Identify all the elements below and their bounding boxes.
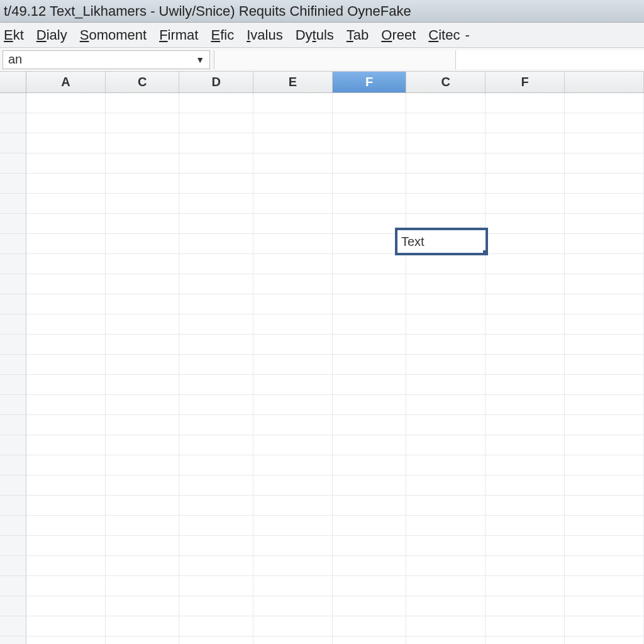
cell[interactable]	[333, 496, 407, 516]
cell[interactable]	[26, 415, 106, 435]
cell[interactable]	[106, 556, 180, 576]
cell[interactable]	[253, 133, 333, 153]
column-header-C[interactable]: C	[106, 72, 180, 92]
cell[interactable]	[26, 133, 106, 153]
text-box[interactable]: Text	[395, 228, 488, 255]
cell[interactable]	[253, 375, 333, 395]
cell[interactable]	[486, 435, 565, 455]
cell[interactable]	[253, 153, 333, 174]
cell[interactable]	[26, 194, 106, 214]
cell[interactable]	[406, 314, 486, 335]
cell[interactable]	[253, 455, 333, 475]
cell[interactable]	[333, 395, 407, 415]
cell[interactable]	[565, 636, 644, 644]
cell[interactable]	[565, 93, 644, 113]
cell[interactable]	[179, 536, 253, 556]
cell[interactable]	[106, 335, 180, 355]
cell[interactable]	[26, 174, 106, 194]
cell[interactable]	[486, 194, 565, 214]
cell[interactable]	[486, 335, 565, 355]
cell[interactable]	[106, 174, 180, 194]
cell[interactable]	[486, 214, 565, 234]
menu-tab[interactable]: Tab	[347, 27, 369, 43]
cell[interactable]	[406, 375, 486, 395]
cell[interactable]	[253, 475, 333, 496]
cell[interactable]	[179, 153, 253, 174]
cell[interactable]	[333, 254, 407, 274]
cell[interactable]	[26, 395, 106, 415]
cell[interactable]	[333, 174, 407, 194]
cell[interactable]	[179, 133, 253, 153]
cell[interactable]	[106, 133, 180, 153]
row-header[interactable]	[0, 113, 26, 133]
cell[interactable]	[179, 194, 253, 214]
cell[interactable]	[333, 153, 407, 174]
cell[interactable]	[486, 174, 565, 194]
cell[interactable]	[565, 234, 644, 254]
cell[interactable]	[26, 254, 106, 274]
cell[interactable]	[565, 415, 644, 435]
cell[interactable]	[26, 214, 106, 234]
cell[interactable]	[565, 174, 644, 194]
cell[interactable]	[486, 355, 565, 375]
cell[interactable]	[106, 375, 180, 395]
cell[interactable]	[565, 375, 644, 395]
cell[interactable]	[406, 355, 486, 375]
row-header[interactable]	[0, 435, 26, 455]
row-header[interactable]	[0, 214, 26, 234]
cell[interactable]	[565, 133, 644, 153]
menu-ekt[interactable]: Ekt	[4, 27, 24, 43]
cell[interactable]	[565, 113, 644, 133]
cell[interactable]	[333, 133, 407, 153]
column-header-E[interactable]: E	[253, 72, 333, 92]
cell[interactable]	[179, 616, 253, 636]
cell[interactable]	[106, 576, 180, 596]
cell[interactable]	[406, 596, 486, 616]
cell[interactable]	[26, 314, 106, 335]
column-header-D[interactable]: D	[179, 72, 253, 92]
cell[interactable]	[26, 596, 106, 616]
cell[interactable]	[486, 153, 565, 174]
cell[interactable]	[486, 576, 565, 596]
cell[interactable]	[406, 93, 486, 113]
cell[interactable]	[253, 395, 333, 415]
cell[interactable]	[106, 314, 180, 335]
cell[interactable]	[26, 496, 106, 516]
cell[interactable]	[253, 496, 333, 516]
cell[interactable]	[486, 616, 565, 636]
cell[interactable]	[179, 375, 253, 395]
cell[interactable]	[179, 93, 253, 113]
formula-bar-right[interactable]	[455, 50, 644, 69]
cell[interactable]	[253, 314, 333, 335]
cell[interactable]	[179, 335, 253, 355]
cell[interactable]	[253, 294, 333, 314]
cell[interactable]	[486, 133, 565, 153]
row-header[interactable]	[0, 93, 26, 113]
cell[interactable]	[565, 475, 644, 496]
cell[interactable]	[333, 576, 407, 596]
cell[interactable]	[179, 516, 253, 536]
cell[interactable]	[106, 113, 180, 133]
cell[interactable]	[565, 274, 644, 294]
cell[interactable]	[333, 294, 407, 314]
cell[interactable]	[179, 415, 253, 435]
cell[interactable]	[253, 234, 333, 254]
cell[interactable]	[406, 153, 486, 174]
cell[interactable]	[333, 113, 407, 133]
cell[interactable]	[26, 335, 106, 355]
cell[interactable]	[565, 435, 644, 455]
cell[interactable]	[333, 475, 407, 496]
column-header-F[interactable]: F	[486, 72, 565, 92]
cell[interactable]	[26, 556, 106, 576]
cell[interactable]	[486, 556, 565, 576]
cell[interactable]	[106, 294, 180, 314]
cell[interactable]	[106, 254, 180, 274]
row-header[interactable]	[0, 455, 26, 475]
cell[interactable]	[565, 314, 644, 335]
cell[interactable]	[253, 516, 333, 536]
cell[interactable]	[333, 636, 407, 644]
menu-oreet[interactable]: Oreet	[381, 27, 416, 43]
cell[interactable]	[406, 274, 486, 294]
cell[interactable]	[406, 415, 486, 435]
cell[interactable]	[26, 113, 106, 133]
